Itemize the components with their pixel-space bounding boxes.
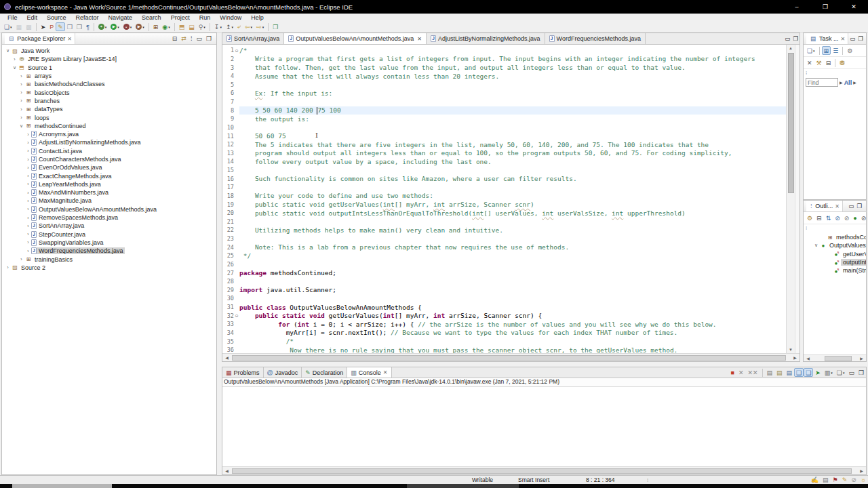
external-tools-icon[interactable]: ▶▾ bbox=[134, 22, 146, 31]
maximize-icon[interactable]: ❐ bbox=[856, 368, 866, 377]
show-output-when-changed-icon[interactable]: ❑ bbox=[794, 368, 804, 377]
task-settings-icon[interactable]: ⚙ bbox=[845, 46, 854, 55]
back-icon[interactable]: ⇦▾ bbox=[243, 22, 254, 31]
code-line[interactable]: 34 myArr[i] = scnr.nextInt(); // Because… bbox=[222, 329, 786, 338]
code-line[interactable]: 5 bbox=[222, 81, 786, 89]
code-line[interactable]: 29import java.util.Scanner; bbox=[222, 286, 786, 295]
chevron-right-icon[interactable]: › bbox=[25, 232, 31, 237]
categorized-view-icon[interactable]: ⊞ bbox=[822, 46, 831, 55]
next-annotation-icon[interactable]: ↧▾ bbox=[212, 22, 224, 31]
outline-item[interactable]: ⊞methodsContinu bbox=[804, 233, 866, 241]
tab-problems[interactable]: ▦Problems bbox=[222, 367, 264, 378]
outline-item[interactable]: ∨●OutputValuesBe bbox=[804, 241, 866, 249]
code-line[interactable]: 24 Note: This is a lab from a previous c… bbox=[222, 243, 786, 251]
dropdown-arrow-icon[interactable]: ▾ bbox=[105, 25, 107, 29]
code-line[interactable]: 2 Write a program that first gets a list… bbox=[222, 55, 786, 64]
chevron-right-icon[interactable]: › bbox=[12, 57, 18, 62]
code-line[interactable]: 21 bbox=[222, 218, 786, 226]
dropdown-arrow-icon[interactable]: ▾ bbox=[220, 25, 222, 29]
code-line[interactable]: 27package methodsContinued; bbox=[222, 268, 786, 277]
edit-pencil-icon[interactable]: ✎ bbox=[840, 476, 850, 485]
tree-item[interactable]: ›⊞dataTypes bbox=[2, 105, 216, 113]
editor-tab[interactable]: JWordFrequenciesMethods.java bbox=[545, 33, 646, 44]
tab-javadoc[interactable]: @Javadoc bbox=[264, 367, 302, 378]
outline-item[interactable]: ●sgetUserValue bbox=[804, 250, 866, 258]
chevron-right-icon[interactable]: › bbox=[25, 132, 31, 137]
tree-item[interactable]: ∨⬒Source 1 bbox=[2, 64, 216, 72]
code-line[interactable]: 35 /* bbox=[222, 337, 786, 346]
terminate-icon[interactable]: ■ bbox=[728, 368, 736, 377]
code-line[interactable]: 20 public static void outputIntsLessThan… bbox=[222, 209, 786, 218]
tree-item[interactable]: ›JRemoveSpacesMethods.java bbox=[2, 214, 216, 222]
new-wizard-icon[interactable]: ❏▾ bbox=[2, 22, 14, 31]
chevron-right-icon[interactable]: › bbox=[18, 98, 24, 103]
tree-item[interactable]: ›JAdjustListByNormalizingMethods.java bbox=[2, 138, 216, 146]
chevron-right-icon[interactable]: › bbox=[18, 257, 24, 262]
code-line[interactable]: 31public class OutputValuesBelowAnAmount… bbox=[222, 303, 786, 312]
code-line[interactable]: 22 Utilizing methods helps to make main(… bbox=[222, 226, 786, 235]
pointer-icon[interactable]: ➤ bbox=[39, 22, 48, 31]
dropdown-arrow-icon[interactable]: ▾ bbox=[142, 25, 144, 29]
chevron-right-icon[interactable]: › bbox=[18, 90, 24, 95]
menu-edit[interactable]: Edit bbox=[22, 14, 43, 21]
task-filter-all[interactable]: All bbox=[844, 79, 852, 86]
tree-item[interactable]: ›⊞loops bbox=[2, 113, 216, 121]
code-line[interactable]: 13 program should output all integers le… bbox=[222, 149, 786, 158]
minimize-icon[interactable]: ▭ bbox=[846, 368, 856, 377]
code-line[interactable]: 8 5 50 60 140 200 75 100 bbox=[222, 106, 786, 115]
fold-marker-icon[interactable]: ⊖ bbox=[234, 48, 239, 53]
dropdown-arrow-icon[interactable]: ▾ bbox=[130, 25, 132, 29]
editor-tab[interactable]: JAdjustListByNormalizingMethods.java bbox=[427, 33, 545, 44]
chevron-right-icon[interactable]: › bbox=[25, 165, 31, 170]
import-tasks-icon[interactable]: ⛃ bbox=[837, 58, 847, 67]
tab-outline[interactable]: ⫶ Outli... ✕ bbox=[806, 201, 843, 211]
dropdown-arrow-icon[interactable]: ▾ bbox=[831, 371, 833, 375]
hide-locals-icon[interactable]: ⊘ bbox=[859, 214, 868, 222]
save-all-icon[interactable]: ▩ bbox=[24, 22, 34, 31]
editor-horizontal-scrollbar[interactable]: ◀ ▶ bbox=[222, 353, 800, 361]
menu-file[interactable]: File bbox=[3, 14, 22, 21]
code-line[interactable]: 23 bbox=[222, 235, 786, 243]
menu-search[interactable]: Search bbox=[137, 14, 166, 21]
word-wrap-icon[interactable]: ▤ bbox=[785, 368, 795, 377]
progress-icon[interactable]: ⊘ bbox=[849, 476, 859, 485]
maximize-icon[interactable]: ❐ bbox=[858, 35, 863, 42]
scroll-left-icon[interactable]: ◀ bbox=[804, 354, 812, 363]
find-prev-icon[interactable]: ▶ bbox=[840, 80, 843, 85]
tree-item[interactable]: ›JWordFrequenciesMethods.java bbox=[2, 247, 216, 255]
show-annotations-icon[interactable]: ❒ bbox=[65, 22, 75, 31]
focus-icon[interactable]: ⚙ bbox=[805, 214, 814, 222]
scroll-left-icon[interactable]: ◀ bbox=[222, 354, 231, 362]
minimize-button[interactable]: – bbox=[783, 0, 811, 14]
menu-navigate[interactable]: Navigate bbox=[104, 14, 138, 21]
maximize-icon[interactable]: ❐ bbox=[856, 203, 862, 209]
hide-static-icon[interactable]: ⊘ bbox=[842, 214, 852, 222]
sort-icon[interactable]: ⇅ bbox=[824, 214, 833, 222]
code-line[interactable]: 32⊖ public static void getUserValues(int… bbox=[222, 311, 786, 320]
open-console-icon[interactable]: ❏▾ bbox=[835, 368, 847, 377]
code-line[interactable]: 14 follow every output value by a space,… bbox=[222, 157, 786, 166]
tree-item[interactable]: ›JOutputValuesBelowAnAmountMethods.java bbox=[2, 205, 216, 214]
open-perspective-icon[interactable]: P bbox=[47, 22, 56, 31]
view-menu-icon[interactable]: ⁞ bbox=[189, 35, 195, 43]
scroll-lock-icon[interactable]: ▤ bbox=[774, 368, 785, 377]
dropdown-arrow-icon[interactable]: ▾ bbox=[843, 371, 845, 375]
tree-item[interactable]: ›JCountCharactersMethods.java bbox=[2, 155, 216, 163]
dropdown-arrow-icon[interactable]: ▾ bbox=[813, 49, 815, 53]
save-icon[interactable]: ▦ bbox=[14, 22, 24, 31]
chevron-right-icon[interactable]: › bbox=[18, 82, 24, 87]
dropdown-arrow-icon[interactable]: ▾ bbox=[231, 25, 233, 29]
code-line[interactable]: 4 Assume that the list will always conta… bbox=[222, 72, 786, 81]
chevron-right-icon[interactable]: › bbox=[18, 74, 24, 79]
code-line[interactable]: 15 bbox=[222, 166, 786, 175]
code-line[interactable]: 28 bbox=[222, 277, 786, 286]
chevron-right-icon[interactable]: › bbox=[25, 216, 31, 220]
editor-tab[interactable]: JSortAnArray.java bbox=[222, 33, 284, 44]
scroll-right-icon[interactable]: ▶ bbox=[857, 467, 866, 475]
last-edit-location-icon[interactable]: ⤶ bbox=[235, 22, 243, 31]
outline-horizontal-scrollbar[interactable]: ◀ ▶ bbox=[804, 354, 866, 361]
chevron-right-icon[interactable]: › bbox=[25, 249, 31, 253]
close-icon[interactable]: ✕ bbox=[383, 369, 388, 375]
chevron-right-icon[interactable]: › bbox=[25, 174, 31, 178]
mark-occurrences-icon[interactable]: ✎ bbox=[56, 22, 65, 31]
